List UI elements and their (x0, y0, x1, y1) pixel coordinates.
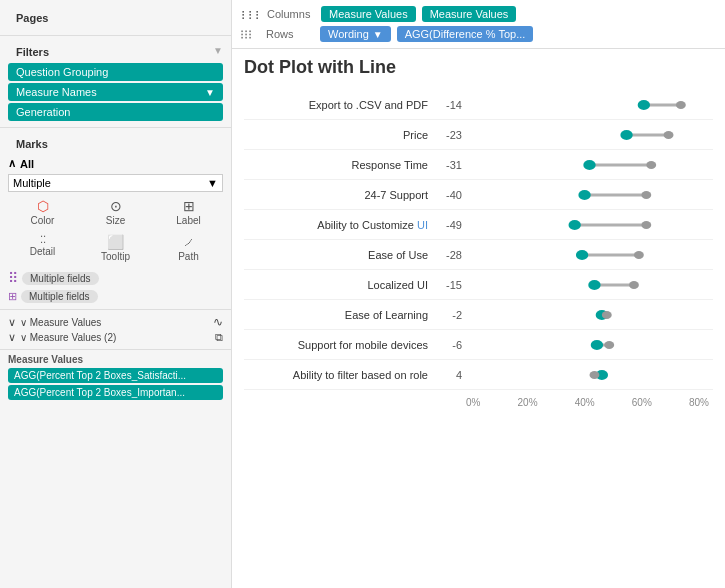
filter-measure-names[interactable]: Measure Names ▼ (8, 83, 223, 101)
mv-row-2[interactable]: ∨ ∨ Measure Values (2) ⧉ (8, 330, 223, 345)
pages-section: Pages (0, 0, 231, 36)
mv-agg-pill-2[interactable]: AGG(Percent Top 2 Boxes_Importan... (8, 385, 223, 400)
table-row: Response Time-31 (244, 150, 713, 180)
svg-point-20 (629, 281, 639, 289)
row-value: -6 (434, 339, 466, 351)
svg-point-10 (578, 190, 590, 200)
bar-area (466, 186, 713, 204)
rows-pill-agg[interactable]: AGG(Difference % Top... (397, 26, 534, 42)
bar-area (466, 96, 713, 114)
axis-row: 0%20%40%60%80% (244, 392, 713, 412)
left-panel: Pages Filters ▼ Question Grouping Measur… (0, 0, 232, 588)
svg-point-16 (576, 250, 588, 260)
row-value: 4 (434, 369, 466, 381)
marks-type-dropdown[interactable]: Multiple ▼ (8, 174, 223, 192)
axis-label: 60% (632, 397, 652, 408)
path-icon: ⟋ (182, 234, 196, 250)
mv-caret-1-icon: ∨ (8, 316, 16, 329)
marks-label: Marks (8, 132, 223, 153)
mv-agg-pill-1[interactable]: AGG(Percent Top 2 Boxes_Satisfacti... (8, 368, 223, 383)
table-row: Ease of Learning-2 (244, 300, 713, 330)
columns-icon: ⫶⫶⫶ (240, 7, 261, 22)
color-icon: ⬡ (37, 198, 49, 214)
svg-point-17 (634, 251, 644, 259)
measure-values-label-section: Measure Values AGG(Percent Top 2 Boxes_S… (0, 350, 231, 406)
svg-point-4 (620, 130, 632, 140)
bar-area (466, 126, 713, 144)
mv-row-1[interactable]: ∨ ∨ Measure Values ∿ (8, 314, 223, 330)
row-label: Ease of Use (244, 249, 434, 261)
bar-area (466, 276, 713, 294)
svg-point-1 (638, 100, 650, 110)
detail-icon: ⁚⁚ (40, 234, 46, 245)
axis-label: 80% (689, 397, 709, 408)
row-value: -40 (434, 189, 466, 201)
axis-label: 0% (466, 397, 480, 408)
right-panel: ⫶⫶⫶ Columns Measure Values Measure Value… (232, 0, 725, 588)
marks-tooltip-button[interactable]: ⬜ Tooltip (81, 232, 150, 264)
bar-area (466, 246, 713, 264)
bar-area (466, 216, 713, 234)
row-value: -28 (434, 249, 466, 261)
filters-label: Filters (8, 40, 57, 61)
row-value: -31 (434, 159, 466, 171)
svg-point-29 (590, 371, 600, 379)
row-label: Response Time (244, 159, 434, 171)
marks-path-button[interactable]: ⟋ Path (154, 232, 223, 264)
marks-label-button[interactable]: ⊞ Label (154, 196, 223, 228)
columns-pill-1[interactable]: Measure Values (321, 6, 416, 22)
chart-area: Dot Plot with Line Export to .CSV and PD… (232, 49, 725, 588)
toolbar: ⫶⫶⫶ Columns Measure Values Measure Value… (232, 0, 725, 49)
marks-detail-button[interactable]: ⁚⁚ Detail (8, 232, 77, 264)
rows-pill-wording[interactable]: Wording ▼ (320, 26, 391, 42)
svg-point-7 (583, 160, 595, 170)
mv-squares-icon: ⧉ (215, 331, 223, 344)
table-row: 24-7 Support-40 (244, 180, 713, 210)
axis-label: 20% (518, 397, 538, 408)
table-row: Export to .CSV and PDF-14 (244, 90, 713, 120)
filter-generation[interactable]: Generation (8, 103, 223, 121)
columns-row: ⫶⫶⫶ Columns Measure Values Measure Value… (232, 4, 725, 24)
svg-point-11 (641, 191, 651, 199)
mv-tilde-icon: ∿ (213, 315, 223, 329)
tooltip-icon: ⬜ (107, 234, 124, 250)
multi-square-icon: ⊞ (8, 290, 17, 303)
row-label: 24-7 Support (244, 189, 434, 201)
filters-expand-icon[interactable]: ▼ (213, 45, 223, 56)
columns-pill-2[interactable]: Measure Values (422, 6, 517, 22)
svg-point-2 (676, 101, 686, 109)
row-label: Ability to Customize UI (244, 219, 434, 231)
row-label: Price (244, 129, 434, 141)
table-row: Ease of Use-28 (244, 240, 713, 270)
marks-color-button[interactable]: ⬡ Color (8, 196, 77, 228)
mv-caret-2-icon: ∨ (8, 331, 16, 344)
marks-field-row-2: ⊞ Multiple fields (8, 288, 223, 305)
bar-area (466, 336, 713, 354)
filter-funnel-icon: ▼ (373, 29, 383, 40)
table-row: Price-23 (244, 120, 713, 150)
filters-section: Filters ▼ Question Grouping Measure Name… (0, 36, 231, 128)
svg-point-14 (641, 221, 651, 229)
filter-question-grouping[interactable]: Question Grouping (8, 63, 223, 81)
bar-area (466, 366, 713, 384)
marks-size-button[interactable]: ⊙ Size (81, 196, 150, 228)
svg-point-25 (591, 340, 603, 350)
rows-row: ⁝⁝⁝ Rows Wording ▼ AGG(Difference % Top.… (232, 24, 725, 44)
size-icon: ⊙ (110, 198, 122, 214)
dot-plot: Export to .CSV and PDF-14Price-23Respons… (244, 90, 713, 563)
bar-area (466, 156, 713, 174)
row-value: -49 (434, 219, 466, 231)
svg-point-5 (664, 131, 674, 139)
mv-label-header: Measure Values (8, 354, 223, 365)
svg-point-13 (569, 220, 581, 230)
axis-label: 40% (575, 397, 595, 408)
table-row: Ability to filter based on role4 (244, 360, 713, 390)
row-label: Localized UI (244, 279, 434, 291)
rows-icon: ⁝⁝⁝ (240, 27, 260, 42)
dropdown-arrow-icon: ▼ (207, 177, 218, 189)
svg-point-23 (602, 311, 612, 319)
label-icon: ⊞ (183, 198, 195, 214)
bar-area (466, 306, 713, 324)
measure-values-section: ∨ ∨ Measure Values ∿ ∨ ∨ Measure Values … (0, 310, 231, 350)
filter-arrow-icon: ▼ (205, 87, 215, 98)
